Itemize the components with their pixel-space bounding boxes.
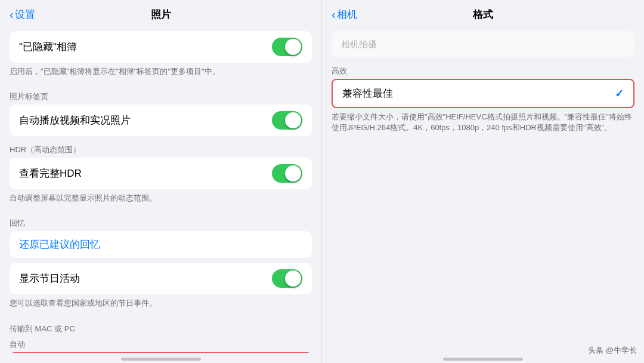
- festival-label: 显示节日活动: [19, 272, 80, 285]
- best-compatibility-checkmark: ✓: [615, 87, 624, 100]
- left-back-button[interactable]: ‹ 设置: [10, 8, 35, 21]
- best-compatibility-selected-row[interactable]: 兼容性最佳 ✓: [332, 79, 634, 108]
- left-nav-title: 照片: [151, 8, 171, 21]
- festival-section: 显示节日活动 您可以选取查看您国家或地区的节日事件。: [0, 258, 321, 315]
- transfer-section: 传输到 MAC 或 PC 自动 保留原片 ✓ 自动传输兼容格式的照片和视频，或者…: [0, 315, 321, 353]
- toggle-knob: [285, 270, 301, 287]
- right-nav-title: 格式: [473, 8, 493, 21]
- hdr-toggle[interactable]: [272, 164, 302, 183]
- right-back-label: 相机: [337, 8, 357, 21]
- toggle-knob: [285, 39, 301, 55]
- hidden-album-row[interactable]: "已隐藏"相簿: [10, 31, 312, 63]
- back-chevron-icon: ‹: [332, 8, 336, 21]
- right-back-button[interactable]: ‹ 相机: [332, 8, 357, 21]
- memories-header: 回忆: [0, 210, 321, 231]
- hdr-row[interactable]: 查看完整HDR: [10, 158, 312, 189]
- left-panel: ‹ 设置 照片 "已隐藏"相簿 启用后，"已隐藏"相簿将显示在"相簿"标签页的"…: [0, 0, 322, 363]
- right-scroll-content: 相机拍摄 高效 兼容性最佳 ✓ 若要缩小文件大小，请使用"高效"HEIF/HEV…: [322, 26, 644, 353]
- photos-tab-section: 照片标签页 自动播放视频和实况照片: [0, 83, 321, 136]
- camera-section: 相机拍摄: [322, 26, 644, 57]
- autoplay-row[interactable]: 自动播放视频和实况照片: [10, 104, 312, 136]
- hidden-album-label: "已隐藏"相簿: [19, 40, 77, 54]
- hdr-desc: 自动调整屏幕以完整显示照片的动态范围。: [0, 189, 321, 210]
- memories-section: 回忆 还原已建议的回忆: [0, 210, 321, 258]
- transfer-header: 传输到 MAC 或 PC: [0, 315, 321, 337]
- festival-toggle[interactable]: [272, 269, 302, 288]
- left-back-label: 设置: [15, 8, 35, 21]
- autoplay-group: 自动播放视频和实况照片: [10, 104, 312, 136]
- hidden-album-section: "已隐藏"相簿 启用后，"已隐藏"相簿将显示在"相簿"标签页的"更多项目"中。: [0, 26, 321, 83]
- festival-desc: 您可以选取查看您国家或地区的节日事件。: [0, 294, 321, 315]
- hdr-label: 查看完整HDR: [19, 167, 82, 180]
- hdr-section: HDR（高动态范围） 查看完整HDR 自动调整屏幕以完整显示照片的动态范围。: [0, 136, 321, 210]
- best-compatibility-label: 兼容性最佳: [342, 87, 393, 100]
- autoplay-toggle[interactable]: [272, 111, 302, 130]
- format-sub-header: 高效: [322, 57, 644, 79]
- left-scroll-content: "已隐藏"相簿 启用后，"已隐藏"相簿将显示在"相簿"标签页的"更多项目"中。 …: [0, 26, 321, 353]
- back-chevron-icon: ‹: [10, 8, 14, 21]
- left-nav-bar: ‹ 设置 照片: [0, 0, 321, 26]
- memories-link[interactable]: 还原已建议的回忆: [19, 239, 100, 250]
- toggle-knob: [285, 112, 301, 128]
- photos-tab-header: 照片标签页: [0, 83, 321, 104]
- transfer-sub-header: 自动: [0, 337, 321, 352]
- keep-original-selected-row[interactable]: 保留原片 ✓: [10, 352, 312, 353]
- toggle-knob: [285, 165, 301, 182]
- memories-link-row[interactable]: 还原已建议的回忆: [10, 231, 312, 258]
- hidden-album-toggle[interactable]: [272, 38, 302, 56]
- festival-group: 显示节日活动: [10, 263, 312, 294]
- format-desc: 若要缩小文件大小，请使用"高效"HEIF/HEVC格式拍摄照片和视频。"兼容性最…: [322, 108, 644, 139]
- home-indicator: [121, 358, 201, 361]
- best-compatibility-row[interactable]: 兼容性最佳 ✓: [333, 80, 633, 107]
- camera-shooting-row: 相机拍摄: [332, 31, 634, 57]
- camera-shooting-label: 相机拍摄: [341, 39, 377, 50]
- hdr-group: 查看完整HDR: [10, 158, 312, 189]
- right-nav-bar: ‹ 相机 格式: [322, 0, 644, 26]
- hidden-album-desc: 启用后，"已隐藏"相簿将显示在"相簿"标签页的"更多项目"中。: [0, 63, 321, 83]
- festival-row[interactable]: 显示节日活动: [10, 263, 312, 294]
- right-home-indicator: [443, 358, 523, 361]
- hidden-album-group: "已隐藏"相簿: [10, 31, 312, 63]
- format-section: 高效 兼容性最佳 ✓ 若要缩小文件大小，请使用"高效"HEIF/HEVC格式拍摄…: [322, 57, 644, 139]
- hdr-header: HDR（高动态范围）: [0, 136, 321, 158]
- camera-group: 相机拍摄: [332, 31, 634, 57]
- watermark: 头条 @牛学长: [588, 345, 637, 356]
- autoplay-label: 自动播放视频和实况照片: [19, 113, 131, 127]
- right-panel: ‹ 相机 格式 相机拍摄 高效 兼容性最佳: [322, 0, 644, 363]
